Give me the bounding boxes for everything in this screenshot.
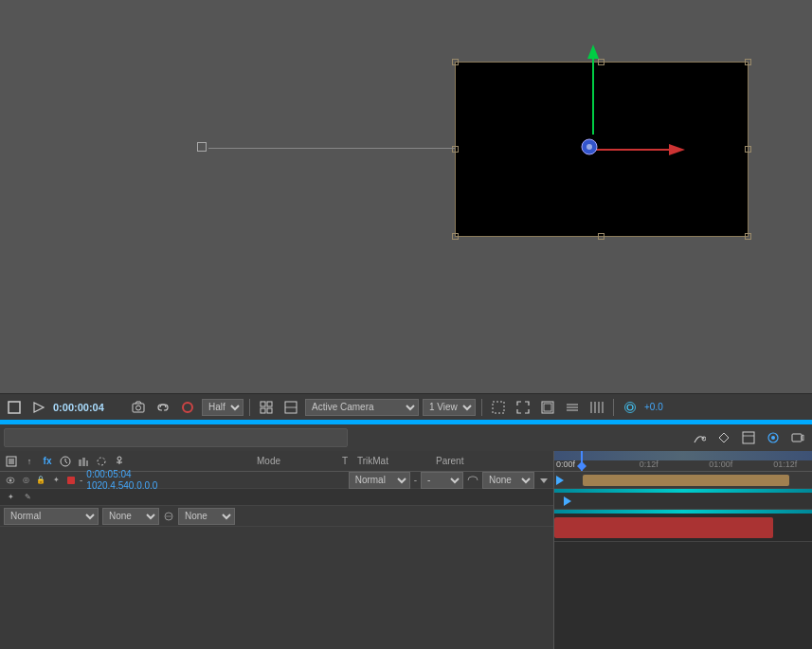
handle-ml[interactable] bbox=[452, 146, 459, 153]
track-bar-tan bbox=[583, 475, 789, 486]
timeline-search-input[interactable] bbox=[4, 428, 348, 447]
layer-star-button[interactable]: ✦ bbox=[49, 474, 63, 487]
svg-marker-1 bbox=[587, 45, 599, 59]
playhead-line[interactable] bbox=[581, 451, 583, 471]
select-icon bbox=[8, 401, 21, 414]
track-expand-1[interactable] bbox=[556, 476, 564, 485]
columns-button[interactable] bbox=[586, 398, 607, 417]
svg-rect-32 bbox=[743, 432, 754, 443]
move-up-button[interactable]: ↑ bbox=[22, 454, 37, 469]
layer-label-button[interactable] bbox=[64, 474, 78, 487]
fx-button[interactable]: fx bbox=[40, 454, 55, 469]
layer-mode-select[interactable]: Normal bbox=[349, 472, 410, 489]
track-row-1 bbox=[554, 472, 812, 489]
timeline-ruler-panel: 0:00f 0:12f 01:00f 01:12f bbox=[554, 451, 812, 649]
render-region-button[interactable] bbox=[488, 398, 509, 417]
layer-row-stroke: ✦ ✎ bbox=[0, 489, 553, 506]
new-layer-button[interactable] bbox=[4, 454, 19, 469]
parent-expand-icon bbox=[538, 475, 550, 486]
svg-rect-6 bbox=[9, 402, 20, 413]
layer-eye-button[interactable] bbox=[4, 474, 17, 487]
layer-solo-button[interactable]: ◎ bbox=[19, 474, 32, 487]
svg-rect-39 bbox=[9, 459, 14, 464]
snapshot-button[interactable] bbox=[128, 398, 149, 417]
handle-tr[interactable] bbox=[745, 59, 751, 65]
safe-zone-button[interactable] bbox=[537, 398, 558, 417]
tab-icon-5[interactable] bbox=[787, 428, 808, 447]
layer-lock-button[interactable]: 🔒 bbox=[34, 474, 47, 487]
mask-button[interactable] bbox=[94, 454, 109, 469]
handle-tl[interactable] bbox=[452, 59, 459, 65]
layer-parent-select[interactable]: None bbox=[482, 472, 534, 489]
tab-icon-3[interactable] bbox=[738, 428, 759, 447]
keyframe-icon bbox=[717, 431, 731, 444]
timeline-tracks bbox=[554, 472, 812, 649]
link-button[interactable] bbox=[153, 398, 173, 417]
color-picker-button[interactable] bbox=[177, 398, 198, 417]
svg-rect-8 bbox=[133, 404, 144, 412]
handle-br[interactable] bbox=[745, 233, 751, 240]
new-layer-icon bbox=[6, 456, 17, 467]
green-arrow-icon bbox=[584, 40, 603, 144]
track-row-2 bbox=[554, 493, 812, 510]
bottom-toolbar: 0:00:00:04 Half bbox=[0, 393, 812, 420]
regions-button[interactable] bbox=[280, 398, 301, 417]
t-column-header: T bbox=[335, 456, 354, 466]
svg-marker-3 bbox=[669, 144, 685, 155]
timeline-ruler-bar[interactable]: 0:00f 0:12f 01:00f 01:12f bbox=[554, 451, 812, 472]
handle-bl[interactable] bbox=[452, 233, 459, 240]
blend-mode-select[interactable]: Normal bbox=[4, 508, 99, 525]
layer-controls-button[interactable] bbox=[562, 398, 583, 417]
horizon-line bbox=[208, 148, 455, 149]
tab-icon-1[interactable] bbox=[689, 428, 710, 447]
motion-paths-icon bbox=[693, 431, 706, 444]
columns-icon bbox=[590, 401, 604, 414]
layer-solo-group: ◎ 🔒 ✦ - bbox=[4, 474, 82, 487]
ruler-mark-1: 0:12f bbox=[640, 460, 659, 469]
trikmat-column-header: TrikMat bbox=[357, 456, 433, 466]
eye-icon bbox=[6, 476, 15, 485]
svg-point-51 bbox=[9, 478, 12, 481]
graph-button[interactable] bbox=[76, 454, 91, 469]
tab-icon-4[interactable] bbox=[763, 428, 784, 447]
handle-mr[interactable] bbox=[745, 146, 751, 153]
active-camera-select[interactable]: Active Camera bbox=[305, 399, 419, 416]
layer-dash: - bbox=[80, 475, 82, 485]
toolbar-preview-btn[interactable] bbox=[28, 398, 49, 417]
svg-rect-13 bbox=[267, 402, 272, 406]
blend-none-select-2[interactable]: None bbox=[178, 508, 235, 525]
puppet-icon bbox=[114, 456, 125, 467]
toolbar-select-tool[interactable] bbox=[4, 398, 25, 417]
expand-icon bbox=[516, 401, 530, 414]
svg-rect-36 bbox=[792, 434, 802, 442]
stroke-pen-button[interactable]: ✎ bbox=[21, 491, 34, 504]
preview-icon bbox=[32, 401, 45, 414]
track-expand-2[interactable] bbox=[564, 496, 571, 506]
transform-origin-icon bbox=[197, 142, 207, 152]
blend-none-select-1[interactable]: None bbox=[102, 508, 159, 525]
expand-button[interactable] bbox=[513, 398, 533, 417]
ruler-mark-0: 0:00f bbox=[556, 460, 575, 469]
layer-controls-panel: ↑ fx bbox=[0, 451, 554, 649]
handle-bm[interactable] bbox=[598, 233, 604, 240]
layer-trikmat-select[interactable]: - bbox=[421, 472, 463, 489]
svg-line-42 bbox=[65, 461, 67, 463]
svg-rect-44 bbox=[82, 458, 85, 466]
timecode-display: 0:00:00:04 bbox=[53, 402, 124, 413]
tab-icon-2[interactable] bbox=[713, 428, 734, 447]
stroke-star-button[interactable]: ✦ bbox=[4, 491, 17, 504]
svg-point-47 bbox=[117, 457, 121, 460]
blend-mode-row: Normal None None bbox=[0, 506, 553, 527]
clock-icon bbox=[60, 456, 71, 467]
svg-point-28 bbox=[627, 405, 633, 410]
clock-button[interactable] bbox=[58, 454, 73, 469]
grid-button[interactable] bbox=[256, 398, 277, 417]
svg-marker-31 bbox=[719, 433, 729, 442]
resolution-select[interactable]: Half bbox=[202, 399, 244, 416]
svg-rect-20 bbox=[544, 404, 551, 411]
view-count-select[interactable]: 1 View bbox=[423, 399, 476, 416]
viewport bbox=[0, 0, 812, 393]
red-arrow-icon bbox=[586, 140, 690, 159]
puppet-button[interactable] bbox=[112, 454, 127, 469]
settings-button[interactable] bbox=[620, 398, 641, 417]
